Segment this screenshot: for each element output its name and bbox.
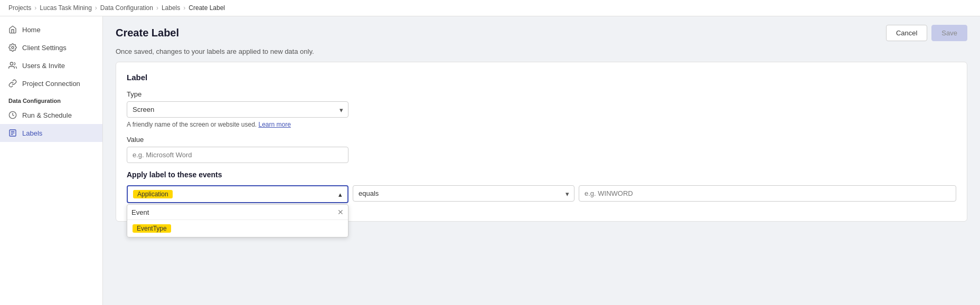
value-label: Value [127, 136, 956, 144]
sidebar-item-project-connection[interactable]: Project Connection [0, 74, 102, 92]
type-form-group: Type Screen ▾ A friendly name of the scr… [127, 90, 956, 128]
users-icon [8, 61, 17, 70]
breadcrumb-lucas[interactable]: Lucas Task Mining [40, 4, 92, 12]
type-select[interactable]: Screen [127, 101, 348, 118]
value-input[interactable] [127, 147, 348, 163]
svg-point-0 [12, 46, 14, 49]
sidebar-item-run-schedule[interactable]: Run & Schedule [0, 106, 102, 124]
label-card: Label Type Screen ▾ A friendly name of t… [116, 62, 967, 222]
dropdown-option-eventtype[interactable]: EventType [127, 220, 348, 237]
value-filter-input[interactable] [579, 185, 956, 202]
sidebar-item-client-settings[interactable]: Client Settings [0, 39, 102, 56]
breadcrumb-projects[interactable]: Projects [8, 4, 31, 12]
eventtype-tag: EventType [133, 224, 171, 233]
sidebar-item-labels[interactable]: Labels [0, 124, 102, 142]
breadcrumb-labels[interactable]: Labels [162, 4, 180, 12]
header-actions: Cancel Save [886, 25, 967, 41]
settings-icon [8, 43, 17, 52]
value-form-group: Value [127, 136, 956, 163]
sidebar-item-users-invite-label: Users & Invite [22, 62, 65, 70]
type-label: Type [127, 90, 956, 98]
sidebar-item-home-label: Home [22, 26, 41, 34]
dropdown-search-input[interactable] [131, 208, 337, 216]
page-subtitle: Once saved, changes to your labels are a… [103, 47, 980, 62]
chevron-up-icon: ▴ [338, 190, 342, 198]
breadcrumb-data-config[interactable]: Data Configuration [100, 4, 153, 12]
learn-more-link[interactable]: Learn more [258, 121, 290, 128]
sidebar-section-data-config: Data Configuration [0, 92, 102, 106]
clear-icon[interactable]: ✕ [337, 208, 344, 216]
sidebar-item-run-schedule-label: Run & Schedule [22, 111, 72, 119]
svg-point-1 [10, 62, 13, 65]
schedule-icon [8, 111, 17, 119]
events-section-title: Apply label to these events [127, 170, 956, 179]
application-tag: Application [133, 190, 173, 198]
home-icon [8, 25, 17, 34]
operator-wrapper: equalsnot equalscontainsstarts withends … [353, 185, 574, 202]
sidebar-item-labels-label: Labels [22, 129, 42, 137]
sidebar-item-project-connection-label: Project Connection [22, 80, 80, 88]
connection-icon [8, 79, 17, 88]
type-hint: A friendly name of the screen or website… [127, 121, 956, 128]
application-dropdown-trigger[interactable]: Application ▴ [127, 185, 348, 203]
sidebar: Home Client Settings [0, 16, 103, 305]
breadcrumb-create-label: Create Label [189, 4, 225, 12]
sidebar-item-users-invite[interactable]: Users & Invite [0, 56, 102, 74]
cancel-button[interactable]: Cancel [886, 25, 927, 41]
filter-dropdown-popup: ✕ EventType [127, 204, 348, 237]
save-button[interactable]: Save [931, 25, 967, 41]
content-area: Create Label Cancel Save Once saved, cha… [103, 16, 980, 305]
sidebar-item-home[interactable]: Home [0, 21, 102, 39]
type-select-wrapper: Screen ▾ [127, 101, 348, 118]
value-input-wrapper [579, 185, 956, 202]
sidebar-item-client-settings-label: Client Settings [22, 44, 67, 52]
application-dropdown-container: Application ▴ ✕ EventType [127, 185, 348, 203]
dropdown-search-wrapper: ✕ [127, 205, 348, 220]
breadcrumb: Projects › Lucas Task Mining › Data Conf… [0, 0, 980, 16]
label-card-title: Label [127, 73, 956, 82]
labels-icon [8, 129, 17, 137]
operator-select[interactable]: equalsnot equalscontainsstarts withends … [353, 185, 574, 202]
page-title: Create Label [116, 27, 179, 39]
filter-row: Application ▴ ✕ EventType [127, 185, 956, 203]
events-section: Apply label to these events Application … [127, 170, 956, 203]
page-header: Create Label Cancel Save [103, 16, 980, 47]
